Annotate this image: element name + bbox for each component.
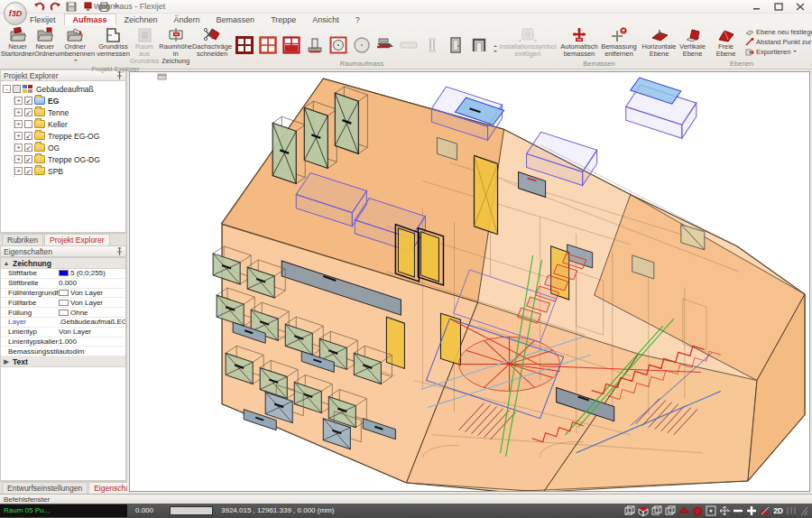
minimize-button[interactable] [751, 1, 763, 12]
prop-row-bemassungsstil: Bemassungsstil autodim [1, 347, 125, 356]
checkbox[interactable] [24, 120, 32, 128]
tab-entwurfseinstellungen[interactable]: Entwurfseinstellungen [2, 482, 88, 494]
checkbox[interactable] [13, 85, 21, 93]
status-input-box[interactable] [170, 506, 213, 515]
close-button[interactable] [794, 1, 807, 12]
expand-icon[interactable]: + [14, 97, 23, 105]
raumhoehe-button[interactable]: Raumhöhe in Zeichung [159, 25, 192, 65]
expand-icon[interactable]: - [3, 85, 11, 93]
app-logo[interactable]: f3D [4, 2, 27, 25]
prop-row-stiftfarbe: Stiftfarbe 5 (0;0;255) [1, 269, 125, 279]
button-label: Raum aus Grundriss [130, 43, 160, 65]
pan-icon[interactable] [719, 505, 730, 516]
mode-2d-toggle[interactable]: 2D [773, 506, 783, 515]
expand-icon[interactable]: + [14, 120, 23, 128]
checkbox[interactable]: ✓ [24, 167, 32, 175]
vertikale-ebene-button[interactable]: Vertikale Ebene [676, 25, 709, 58]
section-zeichnung[interactable]: ▲ Zeichnung [1, 258, 125, 269]
window-sill-tool[interactable] [374, 34, 396, 56]
view-cube-front-icon[interactable] [651, 505, 662, 516]
color-swatch[interactable] [59, 300, 69, 306]
tree-item-og[interactable]: + ✓ OG [14, 142, 125, 153]
dachschraege-button[interactable]: Dachschräge schneiden [192, 25, 232, 58]
ucs-corner-icon[interactable] [760, 505, 770, 516]
expand-icon[interactable]: + [14, 167, 23, 175]
door-tool[interactable] [445, 34, 466, 56]
view-cube-side-icon[interactable] [665, 505, 676, 516]
color-swatch[interactable] [59, 310, 69, 316]
grid-toggle-icon[interactable] [786, 505, 797, 516]
color-swatch[interactable] [59, 270, 69, 276]
tab-rubriken[interactable]: Rubriken [2, 234, 43, 245]
automatisch-bemassen-button[interactable]: Automatisch bemassen [559, 25, 599, 58]
window-frame-tool[interactable] [257, 34, 279, 56]
grundriss-vermessen-button[interactable]: Grundriss vermessen [97, 25, 130, 58]
tree-item-tenne[interactable]: + ✓ Tenne [14, 106, 125, 118]
abstand-punkt-link[interactable]: Abstand Punkt zur Ebene [745, 38, 812, 46]
zoom-in-icon[interactable] [746, 505, 757, 516]
checkbox[interactable]: ✓ [24, 132, 32, 140]
tree-item-treppe-eg-og[interactable]: + ✓ Treppe EG-OG [14, 130, 125, 142]
prop-row-fuellhintergrundfarbe: Füllhintergrundfarbe Von Layer [1, 289, 125, 299]
tab-ansicht[interactable]: Ansicht [304, 14, 347, 25]
neuer-ordner-button[interactable]: Neuer Ordner [34, 25, 55, 58]
tab-projekt-explorer[interactable]: Projekt Explorer [44, 234, 109, 245]
expand-icon[interactable]: + [14, 132, 23, 140]
pin-icon[interactable] [116, 247, 123, 255]
befehlsfenster-bar[interactable]: Befehlsfenster [0, 494, 812, 504]
resize-grip[interactable] [799, 505, 808, 516]
circle-tool[interactable] [351, 34, 373, 56]
checkbox[interactable]: ✓ [24, 143, 32, 152]
bemassung-entfernen-button[interactable]: Bemassung entfernen [599, 25, 639, 58]
expand-icon[interactable]: + [14, 108, 23, 116]
section-text[interactable]: ▶ Text [1, 356, 125, 367]
tool-scroll-arrows[interactable] [491, 29, 499, 69]
tree-root[interactable]: - Gebäudeaufmaß [3, 83, 125, 95]
undo-icon[interactable] [32, 1, 45, 12]
view-cube-wire-icon[interactable] [624, 505, 635, 516]
color-swatch[interactable] [59, 290, 69, 296]
tab-zeichnen[interactable]: Zeichnen [116, 14, 166, 25]
window-cross-tool[interactable] [234, 34, 255, 56]
circle-frame-tool[interactable] [328, 34, 349, 56]
freie-ebene-button[interactable]: Freie Ebene [709, 25, 743, 58]
tree-item-treppe-og-dg[interactable]: + ✓ Treppe OG-DG [14, 153, 125, 165]
ordner-umbenennen-button[interactable]: Ordner umbenennen [55, 25, 95, 65]
niche-tool[interactable] [468, 34, 490, 56]
tree-item-keller[interactable]: + Keller [14, 118, 125, 130]
redo-icon[interactable] [49, 1, 61, 12]
tab-bemassen[interactable]: Bemassen [208, 14, 263, 25]
plot-icon[interactable] [81, 1, 94, 12]
save-icon[interactable] [65, 1, 78, 12]
tab-aendern[interactable]: Ändern [166, 14, 208, 25]
zoom-out-icon[interactable] [733, 505, 743, 516]
maximize-button[interactable] [772, 1, 785, 12]
checkbox[interactable]: ✓ [24, 108, 32, 116]
expand-icon[interactable]: + [14, 155, 23, 163]
drawing-canvas[interactable] [127, 69, 812, 494]
canvas-restore-icon[interactable] [158, 74, 166, 79]
command-prompt[interactable]: Raum 05 Pu... [0, 504, 127, 517]
horizontale-ebene-button[interactable]: Horizontale Ebene [642, 25, 676, 58]
ebene-neu-festlegen-link[interactable]: Ebene neu festlegen [745, 28, 812, 36]
door-sill-tool[interactable] [304, 34, 326, 56]
view-cube-top-icon[interactable] [638, 505, 649, 516]
folder-icon [34, 167, 45, 175]
checkbox[interactable]: ✓ [24, 97, 32, 105]
neuer-startordner-button[interactable]: Neuer Startordner [1, 25, 34, 58]
exportieren-link[interactable]: Exportieren [745, 48, 812, 56]
tree-item-spb[interactable]: + ✓ SPB [14, 165, 125, 177]
tab-aufmass[interactable]: Aufmass [64, 14, 116, 25]
roof-view-icon[interactable] [678, 505, 689, 516]
tab-flexijet[interactable]: Flexijet [22, 14, 64, 25]
window-solid-bottom-tool[interactable] [281, 34, 302, 56]
folder-icon [34, 97, 45, 105]
tab-treppe[interactable]: Treppe [263, 14, 304, 25]
tab-help[interactable]: ? [347, 14, 368, 25]
tree-item-eg[interactable]: + ✓ EG [14, 95, 125, 106]
center-point-icon[interactable] [706, 505, 716, 516]
button-label: Installationssymbol einfügen [499, 43, 556, 58]
expand-icon[interactable]: + [14, 143, 23, 152]
checkbox[interactable]: ✓ [24, 155, 32, 163]
solid-cube-icon[interactable] [692, 505, 703, 516]
